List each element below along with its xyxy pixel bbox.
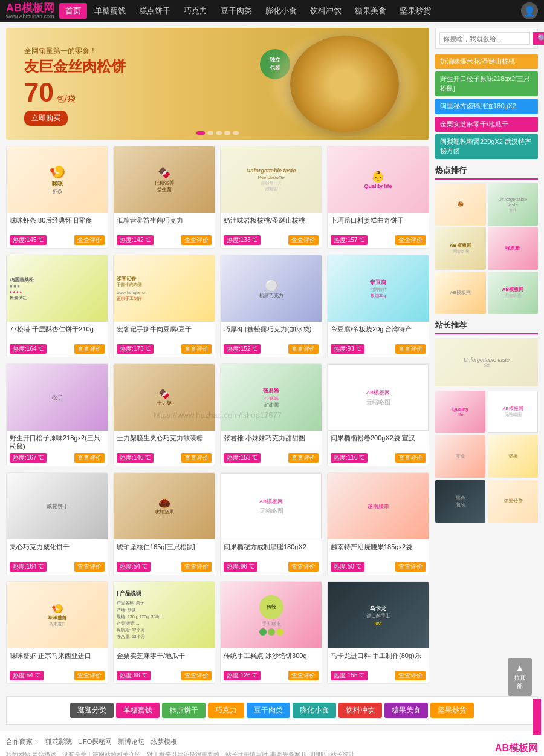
hot-product-img-1[interactable]: 🍪 — [435, 183, 486, 226]
no-image-placeholder: AB模板网 无缩略图 — [328, 364, 429, 431]
product-name: 巧厚8口糖松露巧克力(加冰袋) — [224, 325, 319, 342]
nav-nuts[interactable]: 坚果炒货 — [393, 3, 437, 19]
review-button[interactable]: 查查评价 — [288, 344, 319, 354]
review-button[interactable]: 查查评价 — [395, 671, 426, 680]
cat-tag-drinks[interactable]: 饮料冲饮 — [338, 703, 382, 718]
back-to-top-button[interactable]: ▲ 拉顶部 — [508, 658, 532, 696]
product-card: 👶 Quality life 卜珂岳口料姜糕曲奇饼干 热度:157 ℃ 查查评价 — [327, 146, 429, 249]
recommend-main-img[interactable]: Unforgettable taste eat — [435, 338, 538, 386]
review-button[interactable]: 查查评价 — [181, 344, 212, 354]
product-info: 闽果椭秘方成制腊腿180gX2 热度:96 ℃ 查查评价 — [221, 539, 322, 575]
footer-partner-3[interactable]: 新博论坛 — [118, 737, 144, 746]
footer-partner-1[interactable]: 狐花影院 — [45, 737, 72, 746]
nav-snack[interactable]: 膨化小食 — [259, 3, 303, 19]
hot-badge: 热度:66 ℃ — [117, 671, 151, 680]
product-footer: 热度:157 ℃ 查查评价 — [331, 235, 426, 245]
cat-tag-all[interactable]: 逛逛分类 — [70, 703, 114, 718]
cat-tag-snack[interactable]: 膨化小食 — [293, 703, 336, 718]
nav-candy[interactable]: 单糖蜜饯 — [88, 3, 132, 19]
cat-tag-sweets[interactable]: 糖果美食 — [384, 703, 428, 718]
review-button[interactable]: 查查评价 — [74, 344, 105, 354]
review-button[interactable]: 查查评价 — [181, 671, 212, 680]
sidebar-link-2[interactable]: 野生开口松子原味218gx2[三只松鼠] — [435, 71, 538, 96]
review-button[interactable]: 查查评价 — [181, 453, 212, 463]
hot-badge: 热度:157 ℃ — [331, 235, 368, 245]
nav-pastry[interactable]: 糕点饼干 — [133, 3, 176, 19]
user-icon[interactable]: 👤 — [521, 2, 538, 19]
hot-product-img-5[interactable]: AB模板网 — [435, 272, 486, 314]
nav-meat[interactable]: 豆干肉类 — [215, 3, 258, 19]
recommend-img-1[interactable]: Quality life — [435, 391, 485, 433]
banner-dot-2[interactable] — [207, 131, 213, 135]
left-content: 全网销量第一的零食！ 友巨金丝肉松饼 70 包/袋 立即购买 独立 包装 — [6, 28, 429, 690]
cat-tag-nuts[interactable]: 坚果炒货 — [430, 703, 474, 718]
footer-partner-4[interactable]: 炫梦模板 — [151, 737, 177, 746]
hot-badge: 热度:164 ℃ — [10, 562, 47, 572]
cat-tag-pastry[interactable]: 糕点饼干 — [162, 703, 206, 718]
footer-partner-links: 合作商家： 狐花影院 UFO探秘网 新博论坛 炫梦模板 — [6, 737, 355, 746]
product-name: 野生开口松子原味218gx2(三只松鼠) — [10, 434, 105, 451]
recommend-img-5[interactable]: 黑色包装 — [435, 480, 485, 523]
hot-product-img-2[interactable]: Unforgettable taste eat — [488, 183, 539, 226]
cat-tag-meat[interactable]: 豆干肉类 — [247, 703, 290, 718]
cat-tag-chocolate[interactable]: 巧克力 — [208, 703, 244, 718]
product-card: 鸡蛋蔬菜松 ■ ■ ■ ♦ ♦ ♦ ♦ 质量保证 77松塔 千层酥杏仁饼干210… — [6, 255, 108, 357]
product-card: | 产品说明 产品名称: 栗子 产地: 新疆 规格: 130g, 170g, 3… — [113, 581, 215, 684]
recommend-img-6[interactable]: 坚果炒货 — [488, 480, 538, 523]
product-card: 🍤 咪咪 虾条 味咪虾条 80后经典怀旧零食 热度:145 ℃ 查查评价 — [6, 146, 108, 249]
buy-button[interactable]: 立即购买 — [24, 111, 68, 126]
product-footer: 热度:167 ℃ 查查评价 — [10, 453, 105, 463]
review-button[interactable]: 查查评价 — [288, 562, 319, 572]
product-image: 张君雅 小妹妹 甜甜圈 — [221, 364, 322, 431]
product-image: 松子 — [7, 364, 108, 431]
sidebar-link-1[interactable]: 奶油味爆米花/圣诞山核桃 — [435, 54, 538, 69]
nav-home[interactable]: 首页 — [59, 3, 87, 19]
review-button[interactable]: 查查评价 — [288, 235, 319, 245]
review-button[interactable]: 查查评价 — [74, 671, 105, 680]
review-button[interactable]: 查查评价 — [74, 453, 105, 463]
product-card: 马卡龙 进口料手工 levi 马卡龙进口料 手工制作(80g)乐 热度:155 … — [327, 581, 429, 684]
cat-tag-candy[interactable]: 单糖蜜饯 — [116, 703, 160, 718]
review-button[interactable]: 查查评价 — [395, 235, 426, 245]
product-name: 越南特产咫烧腰果185gx2袋 — [331, 543, 426, 559]
review-button[interactable]: 查查评价 — [395, 562, 426, 572]
product-name: 琥珀坚核仁165g[三只松鼠] — [117, 543, 212, 559]
review-button[interactable]: 查查评价 — [74, 235, 105, 245]
hot-product-img-4[interactable]: 张君雅 — [488, 227, 539, 270]
recommend-img-3[interactable]: 零食 — [435, 435, 485, 478]
banner-dot-1[interactable] — [196, 131, 205, 135]
recommend-img-4[interactable]: 坚果 — [488, 435, 538, 478]
hot-product-img-6[interactable]: AB模板网 无缩略图 — [488, 272, 539, 314]
banner-dot-3[interactable] — [216, 131, 222, 135]
product-info: 夹心巧克力威化饼干 热度:164 ℃ 查查评价 — [7, 539, 108, 575]
review-button[interactable]: 查查评价 — [181, 562, 212, 572]
product-card: 🍤 味咪鳌虾 马来进口 味咪鳌虾 正宗马来西亚进口 热度:54 ℃ 查查评价 — [6, 581, 108, 684]
review-button[interactable]: 查查评价 — [395, 453, 426, 463]
footer: 合作商家： 狐花影院 UFO探秘网 新博论坛 炫梦模板 我的网站-网站描述，没有… — [0, 731, 544, 756]
sidebar-search-input[interactable] — [439, 32, 530, 45]
sidebar-search-button[interactable]: 🔍 — [533, 32, 544, 45]
product-card: AB模板网 无缩略图 闽果椭秘方成制腊腿180gX2 热度:96 ℃ 查查评价 — [220, 472, 322, 575]
product-image: 越南腰果 — [328, 473, 429, 539]
hot-badge: 热度:93 ℃ — [331, 344, 364, 354]
hot-product-img-3[interactable]: AB模板网 无缩略图 — [435, 227, 486, 270]
hot-rank-title: 热点排行 — [435, 165, 538, 180]
review-button[interactable]: 查查评价 — [395, 344, 426, 354]
nav-sweets[interactable]: 糖果美食 — [349, 3, 392, 19]
sidebar-link-5[interactable]: 闽梨靶乾鸭肾220gX2 武汉特产秘方卤 — [435, 134, 538, 159]
nav-chocolate[interactable]: 巧克力 — [178, 3, 213, 19]
product-grid-row5: 🍤 味咪鳌虾 马来进口 味咪鳌虾 正宗马来西亚进口 热度:54 ℃ 查查评价 |… — [6, 581, 429, 684]
review-button[interactable]: 查查评价 — [74, 562, 105, 572]
product-card: 张君雅 小妹妹 甜甜圈 张君推 小妹妹巧克力甜甜圈 热度:153 ℃ 查查评价 — [220, 363, 322, 466]
banner-dot-4[interactable] — [224, 131, 230, 135]
nav-drinks[interactable]: 饮料冲饮 — [304, 3, 348, 19]
review-button[interactable]: 查查评价 — [288, 453, 319, 463]
sidebar-link-4[interactable]: 金栗实芝麻零干/地瓜干 — [435, 117, 538, 132]
sidebar-link-3[interactable]: 闽里秘方卤鸭肫道180gX2 — [435, 99, 538, 114]
product-card: Unforgettable taste Wanderfuille 你的每一天 都… — [220, 146, 322, 249]
review-button[interactable]: 查查评价 — [181, 235, 212, 245]
footer-partner-2[interactable]: UFO探秘网 — [78, 737, 112, 746]
recommend-img-2[interactable]: AB模板网 无缩略图 — [488, 391, 538, 433]
review-button[interactable]: 查查评价 — [288, 671, 319, 680]
banner-dot-5[interactable] — [233, 131, 239, 135]
